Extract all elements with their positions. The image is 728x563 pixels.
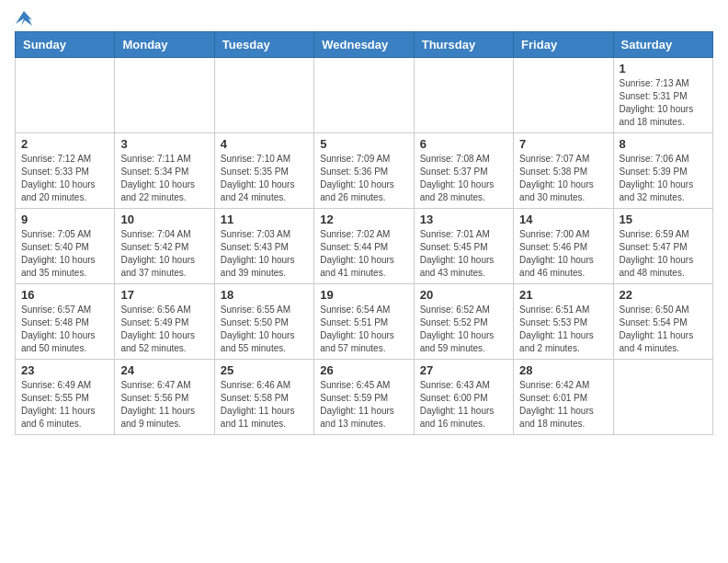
column-header-wednesday: Wednesday xyxy=(314,32,414,58)
day-info: Sunrise: 6:56 AM Sunset: 5:49 PM Dayligh… xyxy=(120,304,208,355)
day-number: 17 xyxy=(120,288,208,302)
day-info: Sunrise: 6:42 AM Sunset: 6:01 PM Dayligh… xyxy=(519,379,607,431)
calendar-cell: 2Sunrise: 7:12 AM Sunset: 5:33 PM Daylig… xyxy=(16,133,115,209)
day-info: Sunrise: 6:46 AM Sunset: 5:58 PM Dayligh… xyxy=(221,379,308,431)
day-info: Sunrise: 6:47 AM Sunset: 5:56 PM Dayligh… xyxy=(120,379,208,431)
page-header xyxy=(15,15,713,22)
column-header-thursday: Thursday xyxy=(414,32,513,58)
svg-marker-0 xyxy=(16,11,32,26)
day-number: 27 xyxy=(420,363,507,377)
day-info: Sunrise: 7:12 AM Sunset: 5:33 PM Dayligh… xyxy=(21,153,108,204)
day-number: 21 xyxy=(519,288,607,302)
calendar-cell: 18Sunrise: 6:55 AM Sunset: 5:50 PM Dayli… xyxy=(214,284,313,360)
day-number: 6 xyxy=(420,137,507,151)
calendar-cell: 12Sunrise: 7:02 AM Sunset: 5:44 PM Dayli… xyxy=(314,209,414,284)
day-number: 3 xyxy=(120,137,208,151)
calendar-cell: 23Sunrise: 6:49 AM Sunset: 5:55 PM Dayli… xyxy=(16,360,115,435)
day-number: 20 xyxy=(420,288,507,302)
day-number: 25 xyxy=(221,363,308,377)
day-info: Sunrise: 6:57 AM Sunset: 5:48 PM Dayligh… xyxy=(21,304,108,355)
day-number: 1 xyxy=(620,62,707,75)
calendar-cell: 25Sunrise: 6:46 AM Sunset: 5:58 PM Dayli… xyxy=(214,360,313,435)
day-number: 2 xyxy=(21,137,108,151)
day-number: 18 xyxy=(221,288,308,302)
calendar-week-row: 2Sunrise: 7:12 AM Sunset: 5:33 PM Daylig… xyxy=(16,133,713,209)
calendar-cell: 13Sunrise: 7:01 AM Sunset: 5:45 PM Dayli… xyxy=(414,209,513,284)
day-number: 19 xyxy=(320,288,407,302)
day-info: Sunrise: 6:52 AM Sunset: 5:52 PM Dayligh… xyxy=(420,304,507,355)
calendar-cell: 14Sunrise: 7:00 AM Sunset: 5:46 PM Dayli… xyxy=(514,209,613,284)
day-info: Sunrise: 7:11 AM Sunset: 5:34 PM Dayligh… xyxy=(120,153,208,204)
calendar-cell: 5Sunrise: 7:09 AM Sunset: 5:36 PM Daylig… xyxy=(314,133,414,209)
column-header-sunday: Sunday xyxy=(16,32,115,58)
day-info: Sunrise: 7:00 AM Sunset: 5:46 PM Dayligh… xyxy=(519,228,607,280)
day-number: 13 xyxy=(420,213,507,226)
day-info: Sunrise: 6:49 AM Sunset: 5:55 PM Dayligh… xyxy=(21,379,108,431)
calendar-cell xyxy=(214,58,313,133)
calendar-cell: 10Sunrise: 7:04 AM Sunset: 5:42 PM Dayli… xyxy=(115,209,214,284)
calendar-cell: 6Sunrise: 7:08 AM Sunset: 5:37 PM Daylig… xyxy=(414,133,513,209)
calendar-cell: 19Sunrise: 6:54 AM Sunset: 5:51 PM Dayli… xyxy=(314,284,414,360)
calendar-cell: 17Sunrise: 6:56 AM Sunset: 5:49 PM Dayli… xyxy=(115,284,214,360)
day-number: 16 xyxy=(21,288,108,302)
day-number: 7 xyxy=(519,137,607,151)
day-number: 24 xyxy=(120,363,208,377)
calendar-cell: 7Sunrise: 7:07 AM Sunset: 5:38 PM Daylig… xyxy=(514,133,613,209)
calendar-cell xyxy=(514,58,613,133)
calendar-cell: 22Sunrise: 6:50 AM Sunset: 5:54 PM Dayli… xyxy=(613,284,712,360)
day-info: Sunrise: 6:43 AM Sunset: 6:00 PM Dayligh… xyxy=(420,379,507,431)
calendar-week-row: 16Sunrise: 6:57 AM Sunset: 5:48 PM Dayli… xyxy=(16,284,713,360)
day-info: Sunrise: 7:08 AM Sunset: 5:37 PM Dayligh… xyxy=(420,153,507,204)
calendar-cell xyxy=(613,360,712,435)
calendar-cell xyxy=(115,58,214,133)
calendar-cell: 9Sunrise: 7:05 AM Sunset: 5:40 PM Daylig… xyxy=(16,209,115,284)
day-info: Sunrise: 7:03 AM Sunset: 5:43 PM Dayligh… xyxy=(221,228,308,280)
calendar-cell: 1Sunrise: 7:13 AM Sunset: 5:31 PM Daylig… xyxy=(613,58,712,133)
day-info: Sunrise: 7:07 AM Sunset: 5:38 PM Dayligh… xyxy=(519,153,607,204)
calendar-cell: 28Sunrise: 6:42 AM Sunset: 6:01 PM Dayli… xyxy=(514,360,613,435)
column-header-friday: Friday xyxy=(514,32,613,58)
day-number: 5 xyxy=(320,137,407,151)
calendar-cell: 15Sunrise: 6:59 AM Sunset: 5:47 PM Dayli… xyxy=(613,209,712,284)
calendar-cell xyxy=(16,58,115,133)
calendar-week-row: 9Sunrise: 7:05 AM Sunset: 5:40 PM Daylig… xyxy=(16,209,713,284)
day-info: Sunrise: 6:50 AM Sunset: 5:54 PM Dayligh… xyxy=(620,304,707,355)
day-number: 9 xyxy=(21,213,108,226)
day-number: 10 xyxy=(120,213,208,226)
day-info: Sunrise: 6:55 AM Sunset: 5:50 PM Dayligh… xyxy=(221,304,308,355)
day-number: 28 xyxy=(519,363,607,377)
day-info: Sunrise: 6:45 AM Sunset: 5:59 PM Dayligh… xyxy=(320,379,407,431)
calendar-cell: 24Sunrise: 6:47 AM Sunset: 5:56 PM Dayli… xyxy=(115,360,214,435)
day-info: Sunrise: 7:04 AM Sunset: 5:42 PM Dayligh… xyxy=(120,228,208,280)
day-info: Sunrise: 6:54 AM Sunset: 5:51 PM Dayligh… xyxy=(320,304,407,355)
calendar-cell: 20Sunrise: 6:52 AM Sunset: 5:52 PM Dayli… xyxy=(414,284,513,360)
column-header-saturday: Saturday xyxy=(613,32,712,58)
logo xyxy=(15,15,32,22)
calendar-cell: 21Sunrise: 6:51 AM Sunset: 5:53 PM Dayli… xyxy=(514,284,613,360)
calendar-table: SundayMondayTuesdayWednesdayThursdayFrid… xyxy=(15,31,713,435)
day-info: Sunrise: 6:59 AM Sunset: 5:47 PM Dayligh… xyxy=(620,228,707,280)
day-info: Sunrise: 7:02 AM Sunset: 5:44 PM Dayligh… xyxy=(320,228,407,280)
day-number: 15 xyxy=(620,213,707,226)
day-info: Sunrise: 7:10 AM Sunset: 5:35 PM Dayligh… xyxy=(221,153,308,204)
day-number: 14 xyxy=(519,213,607,226)
day-info: Sunrise: 7:13 AM Sunset: 5:31 PM Dayligh… xyxy=(620,77,707,129)
calendar-cell: 27Sunrise: 6:43 AM Sunset: 6:00 PM Dayli… xyxy=(414,360,513,435)
day-number: 4 xyxy=(221,137,308,151)
day-number: 8 xyxy=(620,137,707,151)
day-info: Sunrise: 7:06 AM Sunset: 5:39 PM Dayligh… xyxy=(620,153,707,204)
logo-bird-icon xyxy=(16,11,32,26)
calendar-cell xyxy=(414,58,513,133)
day-info: Sunrise: 6:51 AM Sunset: 5:53 PM Dayligh… xyxy=(519,304,607,355)
day-number: 22 xyxy=(620,288,707,302)
calendar-cell: 8Sunrise: 7:06 AM Sunset: 5:39 PM Daylig… xyxy=(613,133,712,209)
calendar-cell xyxy=(314,58,414,133)
day-number: 26 xyxy=(320,363,407,377)
calendar-cell: 3Sunrise: 7:11 AM Sunset: 5:34 PM Daylig… xyxy=(115,133,214,209)
day-info: Sunrise: 7:09 AM Sunset: 5:36 PM Dayligh… xyxy=(320,153,407,204)
calendar-cell: 4Sunrise: 7:10 AM Sunset: 5:35 PM Daylig… xyxy=(214,133,313,209)
calendar-cell: 26Sunrise: 6:45 AM Sunset: 5:59 PM Dayli… xyxy=(314,360,414,435)
day-number: 12 xyxy=(320,213,407,226)
calendar-cell: 16Sunrise: 6:57 AM Sunset: 5:48 PM Dayli… xyxy=(16,284,115,360)
day-info: Sunrise: 7:01 AM Sunset: 5:45 PM Dayligh… xyxy=(420,228,507,280)
